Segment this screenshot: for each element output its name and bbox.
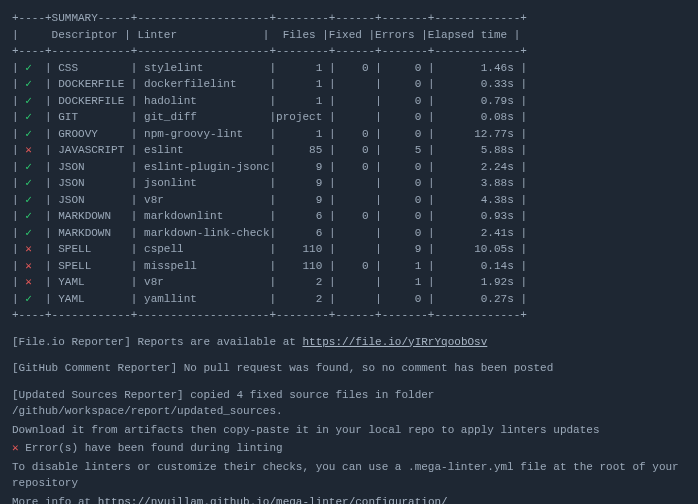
elapsed-cell: 0.08s — [435, 111, 521, 123]
fixed-cell: 0 — [336, 260, 376, 272]
check-icon: ✓ — [25, 210, 32, 222]
descriptor-cell: DOCKERFILE — [58, 78, 131, 90]
cross-icon: ✕ — [25, 260, 32, 272]
descriptor-cell: GROOVY — [58, 128, 131, 140]
fixed-cell: 0 — [336, 161, 376, 173]
fixed-cell — [336, 243, 376, 255]
more-info-line: More info at https://nvuillam.github.io/… — [12, 494, 686, 505]
elapsed-cell: 1.46s — [435, 62, 521, 74]
fixed-cell — [336, 227, 376, 239]
fail-icon: ✕ — [12, 442, 19, 454]
files-cell: 1 — [276, 95, 329, 107]
fixed-cell — [336, 276, 376, 288]
elapsed-cell: 0.93s — [435, 210, 521, 222]
linter-cell: jsonlint — [144, 177, 269, 189]
check-icon: ✓ — [25, 293, 32, 305]
files-cell: 110 — [276, 243, 329, 255]
elapsed-cell: 3.88s — [435, 177, 521, 189]
linter-cell: cspell — [144, 243, 269, 255]
elapsed-cell: 2.24s — [435, 161, 521, 173]
table-row: | ✓ | MARKDOWN | markdownlint | 6 | 0 | … — [12, 208, 686, 225]
files-cell: 1 — [276, 78, 329, 90]
check-icon: ✓ — [25, 227, 32, 239]
linter-cell: eslint-plugin-jsonc — [144, 161, 269, 173]
descriptor-cell: MARKDOWN — [58, 227, 131, 239]
descriptor-cell: YAML — [58, 276, 131, 288]
files-cell: 9 — [276, 194, 329, 206]
fixed-cell — [336, 78, 376, 90]
descriptor-cell: GIT — [58, 111, 131, 123]
fileio-reporter-line: [File.io Reporter] Reports are available… — [12, 334, 686, 351]
linter-cell: markdown-link-check — [144, 227, 269, 239]
check-icon: ✓ — [25, 62, 32, 74]
files-cell: 1 — [276, 62, 329, 74]
linter-cell: npm-groovy-lint — [144, 128, 269, 140]
error-summary-line: ✕ Error(s) have been found during lintin… — [12, 440, 686, 457]
elapsed-cell: 0.27s — [435, 293, 521, 305]
files-cell: 6 — [276, 227, 329, 239]
elapsed-cell: 12.77s — [435, 128, 521, 140]
linter-cell: git_diff — [144, 111, 269, 123]
table-row: | ✓ | JSON | eslint-plugin-jsonc| 9 | 0 … — [12, 159, 686, 176]
more-info-url[interactable]: https://nvuillam.github.io/mega-linter/c… — [98, 496, 448, 505]
table-row: | ✓ | MARKDOWN | markdown-link-check| 6 … — [12, 225, 686, 242]
disable-hint-line: To disable linters or customize their ch… — [12, 459, 686, 492]
check-icon: ✓ — [25, 128, 32, 140]
errors-cell: 0 — [382, 161, 428, 173]
footer-messages: [File.io Reporter] Reports are available… — [12, 334, 686, 505]
table-row: | ✕ | SPELL | misspell | 110 | 0 | 1 | 0… — [12, 258, 686, 275]
border-mid: +----+------------+--------------------+… — [12, 43, 686, 60]
updated-sources-line: [Updated Sources Reporter] copied 4 fixe… — [12, 387, 686, 420]
table-row: | ✓ | CSS | stylelint | 1 | 0 | 0 | 1.46… — [12, 60, 686, 77]
elapsed-cell: 4.38s — [435, 194, 521, 206]
elapsed-cell: 10.05s — [435, 243, 521, 255]
summary-table: +----+SUMMARY-----+--------------------+… — [12, 10, 686, 324]
descriptor-cell: CSS — [58, 62, 131, 74]
table-row: | ✓ | JSON | jsonlint | 9 | | 0 | 3.88s … — [12, 175, 686, 192]
linter-cell: hadolint — [144, 95, 269, 107]
errors-cell: 0 — [382, 62, 428, 74]
check-icon: ✓ — [25, 161, 32, 173]
cross-icon: ✕ — [25, 276, 32, 288]
fileio-url[interactable]: https://file.io/yIRrYqoobOsv — [302, 336, 487, 348]
border-bottom: +----+------------+--------------------+… — [12, 307, 686, 324]
linter-cell: yamllint — [144, 293, 269, 305]
fixed-cell — [336, 293, 376, 305]
errors-cell: 0 — [382, 227, 428, 239]
errors-cell: 0 — [382, 177, 428, 189]
errors-cell: 0 — [382, 128, 428, 140]
errors-cell: 0 — [382, 111, 428, 123]
linter-cell: misspell — [144, 260, 269, 272]
check-icon: ✓ — [25, 111, 32, 123]
descriptor-cell: DOCKERFILE — [58, 95, 131, 107]
files-cell: 2 — [276, 276, 329, 288]
table-row: | ✕ | SPELL | cspell | 110 | | 9 | 10.05… — [12, 241, 686, 258]
table-row: | ✓ | GROOVY | npm-groovy-lint | 1 | 0 |… — [12, 126, 686, 143]
table-row: | ✓ | GIT | git_diff |project | | 0 | 0.… — [12, 109, 686, 126]
descriptor-cell: SPELL — [58, 243, 131, 255]
download-line: Download it from artifacts then copy-pas… — [12, 422, 686, 439]
files-cell: 85 — [276, 144, 329, 156]
table-row: | ✓ | JSON | v8r | 9 | | 0 | 4.38s | — [12, 192, 686, 209]
elapsed-cell: 0.79s — [435, 95, 521, 107]
errors-cell: 0 — [382, 194, 428, 206]
errors-cell: 0 — [382, 78, 428, 90]
fixed-cell — [336, 177, 376, 189]
linter-cell: stylelint — [144, 62, 269, 74]
errors-cell: 5 — [382, 144, 428, 156]
github-comment-line: [GitHub Comment Reporter] No pull reques… — [12, 360, 686, 377]
cross-icon: ✕ — [25, 144, 32, 156]
descriptor-cell: JSON — [58, 177, 131, 189]
errors-cell: 0 — [382, 95, 428, 107]
files-cell: 6 — [276, 210, 329, 222]
descriptor-cell: JSON — [58, 194, 131, 206]
files-cell: 1 — [276, 128, 329, 140]
table-row: | ✓ | YAML | yamllint | 2 | | 0 | 0.27s … — [12, 291, 686, 308]
descriptor-cell: JSON — [58, 161, 131, 173]
fixed-cell: 0 — [336, 62, 376, 74]
descriptor-cell: YAML — [58, 293, 131, 305]
elapsed-cell: 2.41s — [435, 227, 521, 239]
files-cell: 9 — [276, 161, 329, 173]
errors-cell: 9 — [382, 243, 428, 255]
linter-cell: eslint — [144, 144, 269, 156]
